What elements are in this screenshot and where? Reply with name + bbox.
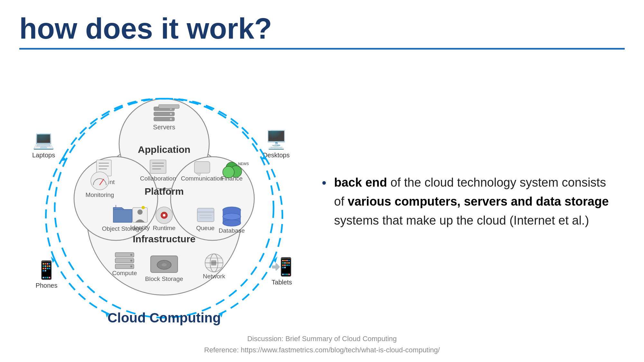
svg-point-61	[130, 265, 132, 267]
footer-line2: Reference: https://www.fastmetrics.com/b…	[0, 344, 644, 356]
cloud-diagram-svg: Application Platform Infrastructure	[26, 70, 303, 334]
bold-data-storage: data storage	[536, 195, 609, 208]
svg-text:Collaboration: Collaboration	[140, 175, 176, 182]
footer: Discussion: Brief Summary of Cloud Compu…	[0, 333, 644, 356]
content-area: 💻 Laptops 📱 Phones 🖥️ Desktops 📲 Tablets	[19, 59, 625, 344]
slide: how does it work? 💻 Laptops 📱 Phones 🖥️ …	[0, 0, 644, 362]
svg-point-48	[223, 220, 241, 226]
svg-point-34	[91, 172, 109, 190]
svg-rect-41	[197, 208, 214, 222]
svg-text:Queue: Queue	[196, 225, 214, 231]
bold-various-computers: various computers,	[348, 195, 461, 208]
svg-point-65	[162, 263, 167, 266]
svg-rect-72	[211, 260, 216, 265]
bold-servers-and: servers and	[464, 195, 532, 208]
svg-text:Communication: Communication	[181, 175, 223, 182]
svg-point-59	[130, 254, 132, 256]
svg-point-54	[142, 206, 145, 209]
svg-point-13	[170, 118, 172, 120]
bold-back-end: back end	[334, 176, 387, 189]
svg-text:Cloud Computing: Cloud Computing	[107, 310, 221, 325]
svg-text:NEWS: NEWS	[238, 162, 249, 166]
svg-text:Application: Application	[138, 144, 190, 155]
diagram-container: 💻 Laptops 📱 Phones 🖥️ Desktops 📲 Tablets	[26, 70, 303, 334]
svg-point-39	[163, 214, 165, 217]
svg-text:Block Storage: Block Storage	[145, 275, 183, 282]
footer-line1: Discussion: Brief Summary of Cloud Compu…	[0, 333, 644, 344]
svg-text:Platform: Platform	[145, 186, 184, 197]
svg-text:Network: Network	[203, 273, 225, 280]
title-underline	[19, 48, 625, 50]
svg-point-53	[137, 209, 143, 215]
svg-text:Infrastructure: Infrastructure	[133, 234, 195, 244]
svg-rect-21	[194, 162, 210, 173]
svg-point-49	[223, 213, 241, 220]
svg-text:Monitoring: Monitoring	[86, 191, 114, 198]
svg-text:Database: Database	[219, 227, 245, 234]
svg-point-12	[170, 113, 172, 115]
bullet-icon: •	[322, 175, 326, 190]
text-segment-4: systems that make up the cloud (Internet…	[334, 214, 589, 227]
svg-text:Servers: Servers	[153, 124, 175, 131]
svg-rect-16	[150, 160, 166, 173]
bullet-point: • back end of the cloud technology syste…	[322, 173, 612, 230]
svg-text:Compute: Compute	[112, 270, 137, 276]
svg-text:Identity: Identity	[130, 224, 150, 231]
svg-point-60	[130, 260, 132, 262]
slide-title: how does it work?	[19, 13, 625, 45]
svg-rect-14	[159, 105, 179, 108]
diagram-section: 💻 Laptops 📱 Phones 🖥️ Desktops 📲 Tablets	[19, 59, 309, 344]
bullet-text: back end of the cloud technology system …	[334, 173, 612, 230]
text-section: • back end of the cloud technology syste…	[309, 59, 625, 344]
svg-text:Runtime: Runtime	[153, 225, 176, 231]
svg-text:Finance: Finance	[221, 175, 243, 182]
